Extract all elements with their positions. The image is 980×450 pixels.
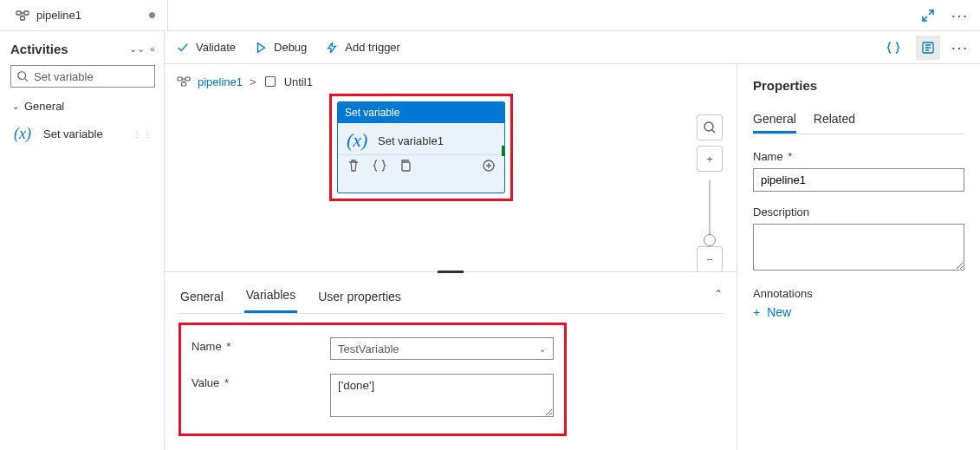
svg-rect-2 (21, 16, 25, 20)
unsaved-dot-icon (149, 12, 155, 18)
activity-name: Set variable1 (378, 134, 444, 147)
tab-more-icon[interactable]: ⋯ (951, 7, 968, 24)
collapse-all-icon[interactable]: ⌄⌄ (129, 43, 145, 55)
highlight-form: Name * TestVariable ⌄ Value * (178, 323, 567, 436)
zoom-track[interactable] (709, 180, 711, 243)
activity-card[interactable]: Set variable x Set variable1 (337, 101, 505, 193)
variable-name-select[interactable]: TestVariable ⌄ (330, 337, 554, 360)
canvas-breadcrumb: pipeline1 > Until1 (165, 64, 737, 94)
editor-tabbar: pipeline1 ⋯ (0, 0, 980, 31)
zoom-controls: + − (697, 114, 723, 277)
variable-icon: x (14, 125, 36, 142)
chevron-down-icon: ⌄ (12, 101, 19, 111)
svg-rect-9 (402, 162, 410, 171)
properties-toggle-button[interactable] (916, 36, 940, 60)
search-icon (16, 70, 29, 82)
svg-rect-0 (16, 11, 21, 15)
config-panel: General Variables User properties ⌃ Name… (165, 271, 737, 450)
panel-collapse-icon[interactable]: ⌃ (714, 288, 723, 300)
until-icon (263, 75, 277, 88)
pipeline-icon (16, 9, 29, 23)
canvas-body[interactable]: Set variable x Set variable1 (165, 94, 737, 271)
activities-search[interactable]: Set variable (10, 65, 155, 88)
config-tab-user-properties[interactable]: User properties (316, 281, 403, 312)
toolbar-more-icon[interactable]: ⋯ (951, 39, 968, 56)
breadcrumb-root[interactable]: pipeline1 (198, 75, 243, 88)
zoom-thumb[interactable] (704, 234, 716, 246)
config-tab-variables[interactable]: Variables (244, 279, 297, 313)
magnifier-icon (703, 121, 717, 134)
code-view-button[interactable] (881, 36, 905, 60)
activity-type-label: Set variable (338, 102, 504, 123)
plus-icon: + (706, 153, 713, 166)
variable-value-input[interactable] (330, 374, 554, 417)
minus-icon: − (706, 253, 713, 266)
variable-icon: x (347, 132, 369, 149)
lightning-icon (326, 42, 338, 54)
category-label: General (24, 100, 64, 113)
highlight-activity: Set variable x Set variable1 (329, 94, 513, 201)
variable-name-label: Name * (191, 337, 330, 353)
add-output-icon[interactable] (482, 159, 496, 173)
category-general[interactable]: ⌄ General (10, 96, 155, 116)
svg-point-3 (18, 72, 26, 80)
svg-rect-6 (185, 77, 190, 81)
prop-desc-label: Description (753, 205, 964, 218)
play-icon (255, 42, 267, 54)
svg-rect-8 (265, 77, 275, 87)
panel-grip[interactable] (438, 271, 464, 273)
properties-heading: Properties (753, 78, 964, 93)
delete-icon[interactable] (347, 159, 360, 173)
chevron-down-icon: ⌄ (539, 344, 546, 354)
svg-rect-5 (178, 77, 182, 81)
activities-heading: Activities (10, 42, 68, 56)
collapse-panel-icon[interactable]: « (150, 43, 155, 55)
svg-rect-1 (24, 11, 29, 15)
debug-button[interactable]: Debug (255, 41, 307, 54)
zoom-in-button[interactable]: + (697, 146, 723, 172)
add-trigger-button[interactable]: Add trigger (326, 41, 400, 54)
pipeline-icon (177, 75, 191, 88)
pipeline-toolbar: Validate Debug Add trigger (165, 31, 980, 64)
breadcrumb-child: Until1 (284, 75, 313, 88)
expand-icon[interactable] (921, 9, 935, 23)
prop-desc-input[interactable] (753, 224, 964, 271)
properties-panel: Properties General Related Name * Descri… (737, 64, 980, 450)
activity-item-label: Set variable (43, 127, 103, 140)
add-annotation-button[interactable]: + New (753, 305, 964, 319)
activities-sidebar: Activities ⌄⌄ « Set variable ⌄ General x… (0, 31, 165, 450)
prop-name-label: Name * (753, 150, 964, 163)
props-tab-related[interactable]: Related (814, 107, 855, 134)
variable-value-label: Value * (191, 374, 330, 389)
editor-tab-title: pipeline1 (36, 9, 81, 22)
zoom-fit-button[interactable] (697, 114, 723, 140)
prop-annotations-label: Annotations (753, 287, 964, 300)
plus-icon: + (753, 305, 760, 319)
zoom-out-button[interactable]: − (697, 246, 723, 272)
activities-search-text: Set variable (34, 70, 149, 83)
braces-icon[interactable] (373, 159, 386, 173)
breadcrumb-sep: > (250, 75, 256, 88)
props-tab-general[interactable]: General (753, 107, 796, 134)
drag-handle-icon[interactable]: ⋮⋮ (133, 129, 153, 139)
activity-item-set-variable[interactable]: x Set variable ⋮⋮ (10, 120, 155, 147)
svg-point-11 (704, 122, 713, 131)
prop-name-input[interactable] (753, 168, 964, 192)
properties-icon (921, 41, 935, 55)
config-tab-general[interactable]: General (178, 281, 225, 312)
copy-icon[interactable] (399, 159, 412, 173)
success-connector[interactable] (502, 146, 505, 156)
check-icon (177, 42, 189, 54)
svg-rect-7 (182, 82, 186, 86)
braces-icon (886, 41, 900, 55)
validate-button[interactable]: Validate (177, 41, 236, 54)
editor-tab-pipeline[interactable]: pipeline1 (3, 0, 168, 31)
